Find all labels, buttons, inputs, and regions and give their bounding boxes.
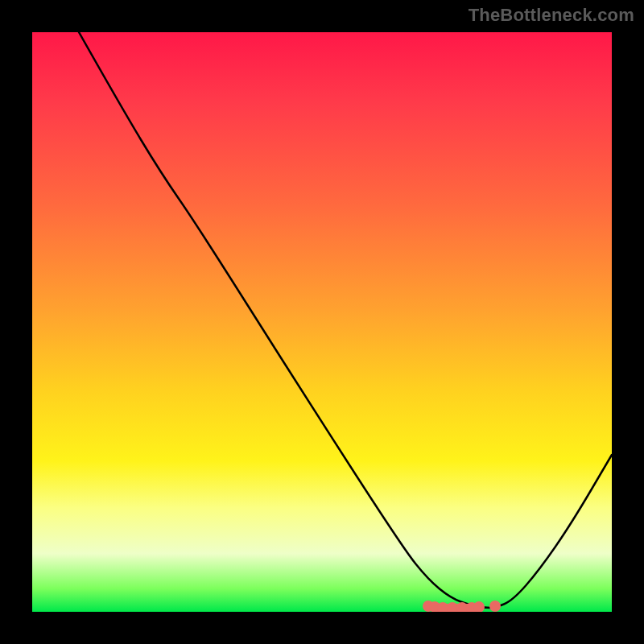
bottleneck-curve bbox=[32, 32, 612, 612]
watermark-text: TheBottleneck.com bbox=[469, 5, 634, 26]
plot-area bbox=[32, 32, 612, 612]
optimal-dot bbox=[473, 601, 485, 612]
chart-stage: TheBottleneck.com bbox=[0, 0, 644, 644]
optimal-dot bbox=[489, 601, 501, 612]
